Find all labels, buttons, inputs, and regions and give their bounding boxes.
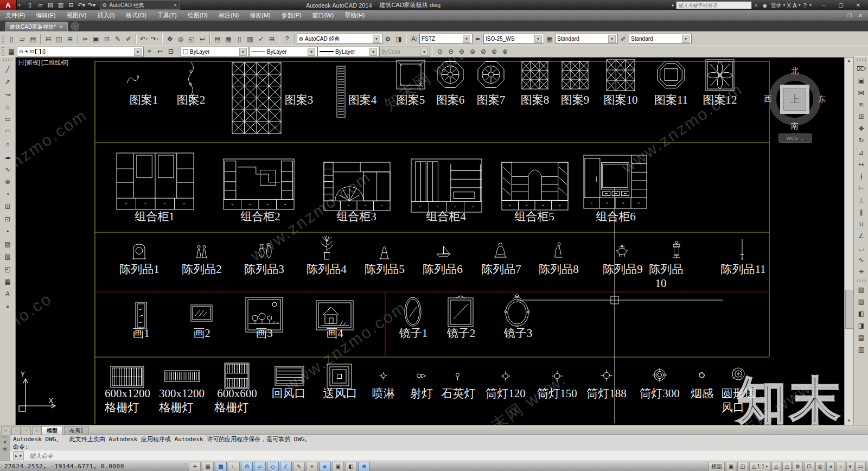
zoom-previous-icon[interactable]: ↩ [197,34,208,44]
chevron-down-icon[interactable]: ▼ [463,35,470,43]
stretch-icon[interactable]: ↦ [856,158,867,170]
chevron-down-icon[interactable]: ▼ [608,35,616,43]
layer-on-bulb-icon[interactable]: ⊙ [19,49,23,54]
ortho-toggle[interactable]: ∟ [228,462,240,471]
polar-tracking-toggle[interactable]: ⊘ [241,462,253,471]
dynamic-ucs-toggle[interactable]: ✎ [293,462,305,471]
annotation-scale-button[interactable]: △1:1▾ [749,462,770,471]
toolbar-grip[interactable] [857,279,866,282]
autocad-logo[interactable]: A [0,0,17,10]
compass-north-label[interactable]: 北 [791,66,799,76]
zoom-window-icon[interactable]: ◱ [186,34,197,44]
text-front-icon[interactable]: ▤ [856,332,867,343]
layer-states-icon[interactable]: ⊟ [165,47,176,57]
help-caret-icon[interactable]: ▾ [809,3,812,8]
blend-icon[interactable]: ∿ [856,254,867,266]
trim-icon[interactable]: ∤ [856,170,867,182]
hardware-accel-icon[interactable]: ● [836,462,845,471]
3d-object-snap-toggle[interactable]: ◇ [267,462,279,471]
wcs-menu[interactable]: WCS ⌄ [778,133,812,143]
mleader-style-icon[interactable]: ✐ [618,34,629,44]
tab-layout1[interactable]: 布局1 [64,426,89,435]
mtext-icon[interactable]: A [2,288,14,300]
chevron-down-icon[interactable]: ▼ [373,35,380,43]
rotate-icon[interactable]: ↻ [856,135,867,147]
grid-toggle[interactable]: ▩ [215,462,227,471]
move-icon[interactable]: ✥ [856,123,867,135]
autodesk-apps-icon[interactable]: A [793,2,797,9]
user-icon[interactable]: ☻ [761,2,769,9]
quickcalc-icon[interactable]: ⊞ [266,34,277,44]
command-history[interactable]: Autodesk DWG。 此文件上次由 Autodesk 应用程序或 Auto… [0,435,868,450]
layer-lock-icon[interactable]: ⊡ [30,49,34,54]
toolbar-grip[interactable] [3,59,12,61]
layer-unisolate-icon[interactable]: ⊖ [445,47,456,57]
construction-line-icon[interactable]: ⇗ [2,75,14,88]
doc-close-button[interactable]: ✕ [855,11,866,20]
menu-item-11[interactable]: 窗口(W) [307,10,339,21]
workspace-save-icon[interactable]: ◨ [393,34,404,44]
menu-item-1[interactable]: 文件(F) [0,10,30,21]
gradient-color-icon[interactable]: ● [2,300,14,313]
file-tab-active[interactable]: 建筑CAD家装模块* ✕ [5,22,68,31]
new-icon[interactable]: ▯ [6,34,17,44]
polygon-icon[interactable]: ⌂ [2,100,14,113]
toolbar-lock-icon[interactable]: ⊡ [804,462,814,471]
copy-icon[interactable]: ▣ [856,75,867,87]
scale-icon[interactable]: ⊿ [856,147,867,158]
mleader-style-combo[interactable]: Standard ▼ [629,34,692,44]
toolbar-grip[interactable] [857,59,866,61]
rectangle-icon[interactable]: ▭ [2,113,14,125]
make-layer-current-icon[interactable]: ≡ [144,47,155,57]
object-snap-toggle[interactable]: ▱ [254,462,266,471]
offset-icon[interactable]: ≋ [856,99,867,111]
view-cube-top-face[interactable]: 上 [783,88,806,111]
lineweight-combo[interactable]: ByLayer ▼ [317,47,379,57]
cut-icon[interactable]: ✂ [80,34,91,44]
linetype-combo[interactable]: ByLayer ▼ [249,47,317,57]
table-style-combo[interactable]: Standard ▼ [555,34,618,44]
doc-restore-button[interactable]: ❐ [844,11,855,20]
extend-icon[interactable]: ⊢ [856,182,867,194]
revision-cloud-icon[interactable]: ☁ [2,150,14,163]
layer-off-icon[interactable]: ⊜ [467,47,478,57]
chevron-down-icon[interactable]: ▼ [239,48,247,56]
compass-south-label[interactable]: 南 [791,122,799,131]
compass-east-label[interactable]: 东 [818,94,826,104]
help-icon[interactable]: ? [802,2,808,9]
close-tab-icon[interactable]: ✕ [59,24,63,30]
layer-freeze-icon[interactable]: ⊕ [456,47,467,57]
draworder-above-icon[interactable]: ◧ [856,308,867,320]
break-icon[interactable]: ∦ [856,206,867,218]
text-style-icon[interactable]: A| [409,34,419,44]
mirror-icon[interactable]: ⋈ [856,87,867,99]
scroll-down-icon[interactable]: ▼ [845,417,853,425]
layer-combo[interactable]: ⊙☀⊡ 0 ▼ [17,47,144,57]
chevron-down-icon[interactable]: ▾ [146,37,148,41]
toolbar-grip[interactable] [2,47,4,56]
match-properties-icon[interactable]: ✎ [112,34,123,44]
scroll-up-icon[interactable]: ▲ [845,56,853,65]
sheet-set-icon[interactable]: ▥ [245,34,256,44]
menu-item-10[interactable]: 参数(P) [276,10,307,21]
close-button[interactable]: ✕ [850,0,867,10]
open-icon[interactable]: ▱ [17,34,28,44]
region-icon[interactable]: ◰ [2,263,14,275]
search-icon[interactable]: ⌕ [754,2,759,9]
color-combo[interactable]: ByLayer ▼ [181,47,249,57]
menu-item-3[interactable]: 视图(V) [61,10,92,21]
apps-caret-icon[interactable]: ▾ [799,3,801,8]
draworder-below-icon[interactable]: ◨ [856,320,867,332]
save-icon[interactable]: ▤ [28,34,39,44]
redo-icon[interactable]: ↷▾ [87,1,97,9]
statusbar-menu-icon[interactable]: ▾ [846,462,854,471]
quick-properties-toggle[interactable]: ◧ [345,462,357,471]
layer-isolate-icon[interactable]: ⊙ [435,47,445,57]
chamfer-icon[interactable]: ∠ [856,230,867,242]
draworder-front-icon[interactable]: ▧ [856,284,867,296]
first-tab-button[interactable]: « [1,426,10,435]
help-icon[interactable]: ? [282,34,292,44]
properties-icon[interactable]: ▤ [212,34,223,44]
chevron-down-icon[interactable]: ▼ [534,35,542,43]
menu-item-7[interactable]: 绘图(D) [182,10,213,21]
